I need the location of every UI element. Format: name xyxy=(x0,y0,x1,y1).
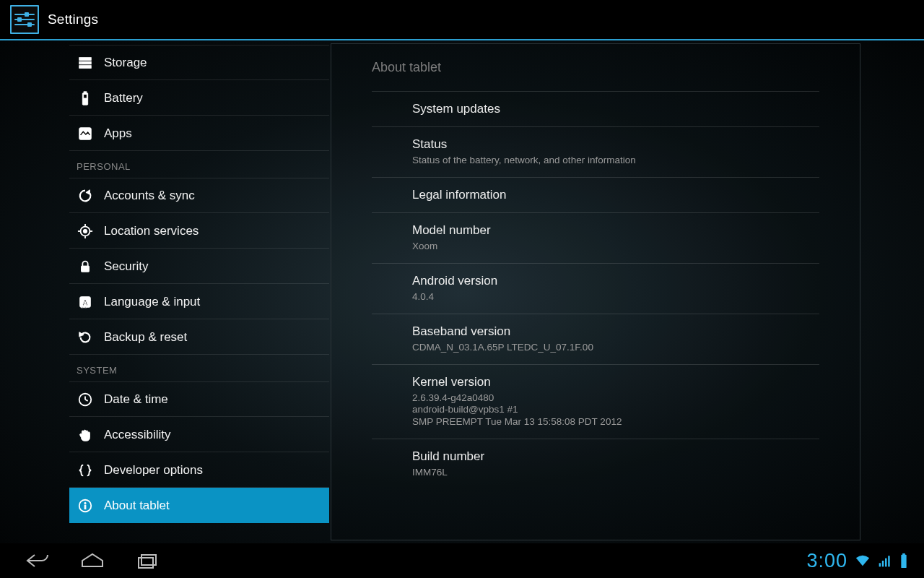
info-icon xyxy=(77,497,94,514)
pref-baseband-version: Baseband version CDMA_N_03.1A.65P LTEDC_… xyxy=(372,314,819,365)
nav-item-language[interactable]: A Language & input xyxy=(69,284,329,319)
svg-marker-11 xyxy=(86,189,90,194)
nav-item-backup[interactable]: Backup & reset xyxy=(69,319,329,355)
location-icon xyxy=(77,223,94,240)
system-bar: 3:00 xyxy=(0,543,924,578)
svg-point-28 xyxy=(84,502,86,504)
lock-icon xyxy=(77,258,94,275)
svg-marker-30 xyxy=(82,554,103,566)
svg-rect-7 xyxy=(84,91,87,93)
storage-icon xyxy=(77,54,94,72)
pref-title: System updates xyxy=(412,102,819,116)
pref-subtitle: CDMA_N_03.1A.65P LTEDC_U_07.1F.00 xyxy=(412,342,819,354)
nav-item-security[interactable]: Security xyxy=(69,249,329,284)
language-icon: A xyxy=(77,293,94,311)
settings-nav: Storage Battery Apps PERSONAL Account xyxy=(0,40,329,543)
clock-icon xyxy=(77,391,94,408)
svg-rect-29 xyxy=(84,505,86,509)
nav-label: Location services xyxy=(104,224,199,238)
nav-item-apps[interactable]: Apps xyxy=(69,116,329,151)
pref-system-updates[interactable]: System updates xyxy=(372,92,819,127)
nav-item-battery[interactable]: Battery xyxy=(69,80,329,116)
nav-item-developer[interactable]: Developer options xyxy=(69,452,329,488)
pref-model-number: Model number Xoom xyxy=(372,213,819,264)
backup-icon xyxy=(77,329,94,346)
nav-item-accessibility[interactable]: Accessibility xyxy=(69,417,329,452)
pref-subtitle: 2.6.39.4-g42a0480 android-build@vpbs1 #1… xyxy=(412,392,819,429)
svg-rect-3 xyxy=(81,59,82,59)
svg-rect-8 xyxy=(84,94,87,98)
pref-legal-info[interactable]: Legal information xyxy=(372,178,819,213)
nav-item-date-time[interactable]: Date & time xyxy=(69,381,329,417)
nav-section-personal: PERSONAL xyxy=(69,151,329,178)
braces-icon xyxy=(77,462,94,479)
detail-panel: About tablet System updates Status Statu… xyxy=(331,43,860,540)
back-button[interactable] xyxy=(25,550,51,571)
nav-item-about-tablet[interactable]: About tablet xyxy=(69,488,329,523)
pref-subtitle: Status of the battery, network, and othe… xyxy=(412,155,819,167)
nav-item-location[interactable]: Location services xyxy=(69,213,329,249)
nav-label: Apps xyxy=(104,126,132,141)
pref-title: Status xyxy=(412,137,819,152)
pref-title: Kernel version xyxy=(412,375,819,389)
pref-status[interactable]: Status Status of the battery, network, a… xyxy=(372,127,819,178)
svg-rect-22 xyxy=(84,306,87,307)
nav-label: Date & time xyxy=(104,392,168,407)
svg-rect-34 xyxy=(882,561,884,566)
svg-rect-35 xyxy=(885,558,887,567)
nav-label: Battery xyxy=(104,91,143,105)
svg-rect-36 xyxy=(888,556,890,566)
battery-status-icon xyxy=(899,553,908,569)
status-area[interactable]: 3:00 xyxy=(806,550,908,572)
nav-label: Backup & reset xyxy=(104,330,187,345)
pref-title: Build number xyxy=(412,449,819,464)
svg-rect-37 xyxy=(901,555,906,568)
svg-point-12 xyxy=(83,229,87,233)
panel-header: About tablet xyxy=(372,44,819,75)
pref-title: Baseband version xyxy=(412,324,819,339)
svg-rect-33 xyxy=(879,563,881,566)
page-title: Settings xyxy=(48,12,98,27)
svg-rect-5 xyxy=(81,66,82,67)
nav-label: Storage xyxy=(104,56,147,70)
nav-label: Accessibility xyxy=(104,428,171,442)
pref-subtitle: IMM76L xyxy=(412,467,819,479)
svg-rect-18 xyxy=(82,266,90,272)
nav-label: Accounts & sync xyxy=(104,189,195,203)
svg-rect-38 xyxy=(902,553,905,556)
signal-icon xyxy=(878,553,892,568)
pref-subtitle: 4.0.4 xyxy=(412,291,819,303)
svg-text:A: A xyxy=(82,298,88,306)
recents-button[interactable] xyxy=(134,550,160,571)
svg-rect-21 xyxy=(82,306,84,307)
pref-title: Legal information xyxy=(412,188,819,202)
nav-item-storage[interactable]: Storage xyxy=(69,45,329,80)
nav-label: Developer options xyxy=(104,463,203,478)
svg-line-26 xyxy=(85,400,88,401)
pref-title: Model number xyxy=(412,223,819,238)
sync-icon xyxy=(77,187,94,204)
pref-subtitle: Xoom xyxy=(412,241,819,253)
battery-icon xyxy=(77,90,94,107)
nav-section-system: SYSTEM xyxy=(69,355,329,381)
action-bar: Settings xyxy=(0,0,924,40)
nav-label: Security xyxy=(104,259,148,274)
apps-icon xyxy=(77,125,94,142)
nav-label: Language & input xyxy=(104,295,200,309)
clock-text: 3:00 xyxy=(806,550,847,572)
nav-item-accounts-sync[interactable]: Accounts & sync xyxy=(69,178,329,213)
pref-build-number: Build number IMM76L xyxy=(372,439,819,489)
pref-title: Android version xyxy=(412,274,819,288)
svg-rect-4 xyxy=(81,62,82,63)
pref-android-version: Android version 4.0.4 xyxy=(372,264,819,314)
hand-icon xyxy=(77,426,94,444)
wifi-icon xyxy=(855,553,871,569)
settings-icon xyxy=(10,5,39,34)
nav-label: About tablet xyxy=(104,499,170,513)
home-button[interactable] xyxy=(79,550,105,571)
pref-kernel-version: Kernel version 2.6.39.4-g42a0480 android… xyxy=(372,365,819,440)
